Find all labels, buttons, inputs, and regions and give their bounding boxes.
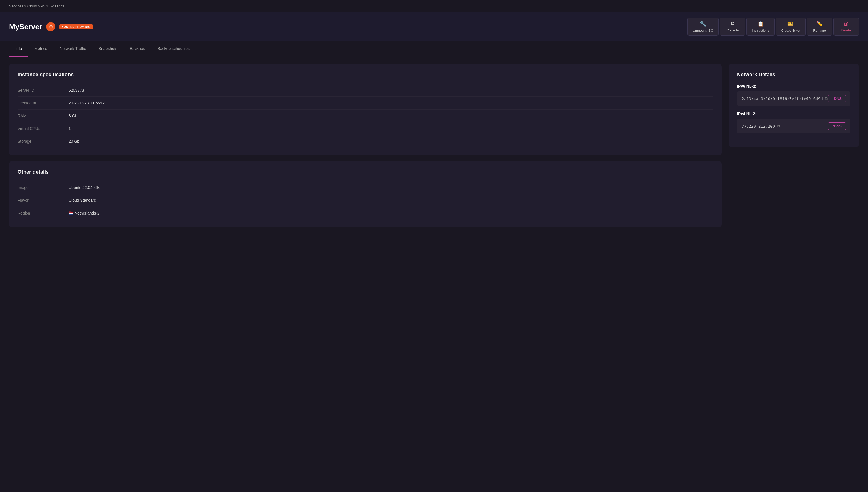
- spec-row-region: Region 🇳🇱 Netherlands-2: [18, 207, 713, 219]
- spec-row-ram: RAM 3 Gb: [18, 109, 713, 122]
- ipv4-copy-icon[interactable]: ⧉: [777, 124, 780, 128]
- spec-row-flavor: Flavor Cloud Standard: [18, 194, 713, 207]
- spec-value-vcpus: 1: [69, 126, 71, 131]
- tab-backup-schedules[interactable]: Backup schedules: [151, 41, 196, 57]
- region-flag: 🇳🇱: [69, 211, 73, 215]
- ipv4-ip-row: 77.220.212.200 ⧉ rDNS: [737, 119, 850, 133]
- console-button[interactable]: 🖥 Console: [720, 18, 745, 36]
- tab-snapshots[interactable]: Snapshots: [93, 41, 124, 57]
- network-details-title: Network Details: [737, 72, 850, 78]
- ipv4-rdns-button[interactable]: rDNS: [828, 122, 846, 130]
- spec-value-created-at: 2024-07-23 11:55:04: [69, 101, 105, 105]
- ipv6-ip-row: 2a13:4ac0:10:0:f816:3eff:fe49:649d ⧉ rDN…: [737, 91, 850, 106]
- ubuntu-icon: ⊙: [46, 22, 55, 31]
- spec-label-storage: Storage: [18, 139, 69, 144]
- ipv4-label: IPv4 NL-2:: [737, 112, 850, 116]
- iso-badge: BOOTED FROM ISO: [59, 24, 93, 29]
- console-label: Console: [726, 28, 739, 32]
- unmount-iso-button[interactable]: 🔧 Unmount ISO: [687, 18, 719, 36]
- create-ticket-icon: 🎫: [788, 21, 794, 27]
- tab-info[interactable]: Info: [9, 41, 28, 57]
- unmount-iso-label: Unmount ISO: [693, 29, 713, 33]
- network-details-card: Network Details IPv6 NL-2: 2a13:4ac0:10:…: [729, 64, 859, 147]
- spec-label-region: Region: [18, 211, 69, 215]
- spec-value-flavor: Cloud Standard: [69, 198, 96, 203]
- unmount-iso-icon: 🔧: [700, 21, 706, 27]
- ipv6-address: 2a13:4ac0:10:0:f816:3eff:fe49:649d: [742, 96, 823, 101]
- ipv4-section: IPv4 NL-2: 77.220.212.200 ⧉ rDNS: [737, 112, 850, 133]
- instructions-icon: 📋: [758, 21, 764, 27]
- create-ticket-label: Create ticket: [781, 29, 800, 33]
- tab-backups[interactable]: Backups: [124, 41, 151, 57]
- server-name: MyServer: [9, 22, 42, 31]
- ipv6-rdns-button[interactable]: rDNS: [828, 95, 846, 102]
- ipv4-value: 77.220.212.200 ⧉: [742, 124, 780, 128]
- console-icon: 🖥: [730, 21, 735, 27]
- spec-row-created-at: Created at 2024-07-23 11:55:04: [18, 97, 713, 109]
- ipv6-copy-icon[interactable]: ⧉: [825, 96, 828, 101]
- spec-value-ram: 3 Gb: [69, 114, 77, 118]
- spec-value-region: 🇳🇱 Netherlands-2: [69, 211, 100, 215]
- ipv6-value: 2a13:4ac0:10:0:f816:3eff:fe49:649d ⧉: [742, 96, 828, 101]
- spec-label-server-id: Server ID:: [18, 88, 69, 93]
- rename-icon: ✏️: [816, 21, 823, 27]
- tab-metrics[interactable]: Metrics: [28, 41, 53, 57]
- instructions-button[interactable]: 📋 Instructions: [746, 18, 774, 36]
- spec-label-ram: RAM: [18, 114, 69, 118]
- breadcrumb: Services > Cloud VPS > 5203773: [0, 0, 868, 13]
- server-identity: MyServer ⊙ BOOTED FROM ISO: [9, 22, 93, 31]
- ipv4-address: 77.220.212.200: [742, 124, 775, 128]
- other-details-card: Other details Image Ubuntu 22.04 x64 Fla…: [9, 161, 722, 227]
- instance-specs-title: Instance specifications: [18, 72, 713, 78]
- delete-icon: 🗑: [844, 21, 849, 27]
- rename-button[interactable]: ✏️ Rename: [807, 18, 832, 36]
- tabs-nav: Info Metrics Network Traffic Snapshots B…: [0, 41, 868, 57]
- main-content: Instance specifications Server ID: 52037…: [0, 57, 868, 234]
- toolbar: 🔧 Unmount ISO 🖥 Console 📋 Instructions 🎫…: [687, 18, 859, 36]
- header: MyServer ⊙ BOOTED FROM ISO 🔧 Unmount ISO…: [0, 13, 868, 41]
- spec-row-image: Image Ubuntu 22.04 x64: [18, 181, 713, 194]
- spec-label-flavor: Flavor: [18, 198, 69, 203]
- ipv6-label: IPv6 NL-2:: [737, 84, 850, 89]
- spec-label-vcpus: Virtual CPUs: [18, 126, 69, 131]
- right-column: Network Details IPv6 NL-2: 2a13:4ac0:10:…: [729, 64, 859, 227]
- ipv6-section: IPv6 NL-2: 2a13:4ac0:10:0:f816:3eff:fe49…: [737, 84, 850, 106]
- spec-row-storage: Storage 20 Gb: [18, 135, 713, 148]
- rename-label: Rename: [813, 29, 826, 33]
- spec-row-server-id: Server ID: 5203773: [18, 84, 713, 97]
- spec-value-storage: 20 Gb: [69, 139, 79, 144]
- instructions-label: Instructions: [752, 29, 769, 33]
- spec-row-vcpus: Virtual CPUs 1: [18, 122, 713, 135]
- delete-label: Delete: [841, 28, 851, 32]
- tab-network-traffic[interactable]: Network Traffic: [53, 41, 92, 57]
- spec-label-image: Image: [18, 185, 69, 190]
- spec-label-created-at: Created at: [18, 101, 69, 105]
- instance-specs-card: Instance specifications Server ID: 52037…: [9, 64, 722, 155]
- region-name: Netherlands-2: [75, 211, 100, 215]
- create-ticket-button[interactable]: 🎫 Create ticket: [776, 18, 806, 36]
- spec-value-server-id: 5203773: [69, 88, 84, 93]
- spec-value-image: Ubuntu 22.04 x64: [69, 185, 100, 190]
- other-details-title: Other details: [18, 169, 713, 175]
- left-column: Instance specifications Server ID: 52037…: [9, 64, 722, 227]
- delete-button[interactable]: 🗑 Delete: [834, 18, 859, 36]
